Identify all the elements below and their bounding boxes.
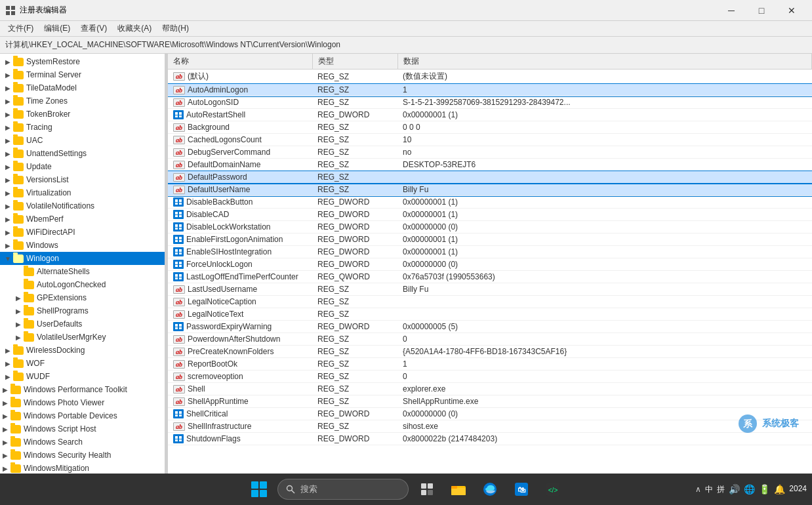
tree-item-tracing[interactable]: ▶ Tracing <box>0 121 165 134</box>
minimize-button[interactable]: ─ <box>716 0 746 21</box>
tree-item-time-zones[interactable]: ▶ Time Zones <box>0 94 165 108</box>
tree-item-windows-photo-viewer[interactable]: ▶ Windows Photo Viewer <box>0 396 165 409</box>
col-header-data[interactable]: 数据 <box>397 54 812 70</box>
tree-item-virtualization[interactable]: ▶ Virtualization <box>0 186 165 199</box>
folder-icon <box>10 464 21 473</box>
task-view-button[interactable] <box>414 476 440 502</box>
menu-file[interactable]: 文件(F) <box>3 22 39 35</box>
table-row[interactable]: DisableLockWorkstationREG_DWORD0x0000000… <box>168 221 812 233</box>
input-method-pinyin[interactable]: 拼 <box>717 484 725 495</box>
table-row[interactable]: abLastUsedUsernameREG_SZBilly Fu <box>168 283 812 296</box>
table-row[interactable]: abCachedLogonsCountREG_SZ10 <box>168 134 812 146</box>
store-button[interactable]: 🛍 <box>508 476 535 502</box>
clock[interactable]: 2024 <box>789 484 807 495</box>
tree-item-systemrestore[interactable]: ▶ SystemRestore <box>0 55 165 68</box>
table-row[interactable]: DisableBackButtonREG_DWORD0x00000001 (1) <box>168 196 812 209</box>
close-button[interactable]: ✕ <box>777 0 807 21</box>
svg-rect-44 <box>175 436 178 439</box>
table-row[interactable]: abAutoAdminLogonREG_SZ1 <box>168 84 812 96</box>
table-row[interactable]: PasswordExpiryWarningREG_DWORD0x00000005… <box>168 321 812 333</box>
tree-item-volatileusermgrkey[interactable]: ▶ VolatileUserMgrKey <box>0 331 165 344</box>
table-row[interactable]: abLegalNoticeCaptionREG_SZ <box>168 296 812 308</box>
registry-name-cell: abDefaultDomainName <box>168 159 312 171</box>
tree-item-wbemperf[interactable]: ▶ WbemPerf <box>0 212 165 226</box>
tree-item-wudf[interactable]: ▶ WUDF <box>0 370 165 383</box>
tree-item-tiledatamodel[interactable]: ▶ TileDataModel <box>0 81 165 94</box>
tree-item-autologonchecked[interactable]: AutoLogonChecked <box>0 278 165 291</box>
table-row[interactable]: abReportBootOkREG_SZ1 <box>168 358 812 371</box>
tree-item-versionslist[interactable]: ▶ VersionsList <box>0 173 165 186</box>
input-method-chinese[interactable]: 中 <box>705 484 713 495</box>
table-row[interactable]: DisableCADREG_DWORD0x00000001 (1) <box>168 209 812 221</box>
file-explorer-button[interactable] <box>445 476 472 502</box>
search-box[interactable]: 搜索 <box>277 479 409 500</box>
table-row[interactable]: ForceUnlockLogonREG_DWORD0x00000000 (0) <box>168 258 812 271</box>
menu-help[interactable]: 帮助(H) <box>157 22 194 35</box>
table-row[interactable]: abscremoveoptionREG_SZ0 <box>168 371 812 383</box>
tree-item-terminal-server[interactable]: ▶ Terminal Server <box>0 68 165 81</box>
tree-item-windows-security-health[interactable]: ▶ Windows Security Health <box>0 449 165 462</box>
tree-item-windows-portable-devices[interactable]: ▶ Windows Portable Devices <box>0 409 165 422</box>
menu-view[interactable]: 查看(V) <box>75 22 112 35</box>
tree-item-shellprograms[interactable]: ▶ ShellPrograms <box>0 304 165 317</box>
registry-name-cell: abLegalNoticeCaption <box>168 296 312 308</box>
table-row[interactable]: ShutdownFlagsREG_DWORD0x8000022b (214748… <box>168 433 812 445</box>
table-row[interactable]: ab(默认)REG_SZ(数值未设置) <box>168 70 812 84</box>
table-row[interactable]: abAutoLogonSIDREG_SZS-1-5-21-3992587069-… <box>168 96 812 109</box>
tree-pane[interactable]: ▶ SystemRestore ▶ Terminal Server ▶ Tile… <box>0 54 165 474</box>
table-row[interactable]: abLegalNoticeTextREG_SZ <box>168 308 812 321</box>
table-row[interactable]: abShellAppRuntimeREG_SZShellAppRuntime.e… <box>168 395 812 408</box>
tree-item-volatilenotifications[interactable]: ▶ VolatileNotifications <box>0 199 165 212</box>
expand-icon: ▶ <box>3 111 13 118</box>
tree-item-windowsmitigation[interactable]: ▶ WindowsMitigation <box>0 462 165 474</box>
tree-label: Virtualization <box>26 188 71 197</box>
table-row[interactable]: abDefaultPasswordREG_SZ <box>168 171 812 184</box>
table-row[interactable]: abDebugServerCommandREG_SZno <box>168 146 812 159</box>
battery-icon[interactable]: 🔋 <box>759 484 770 495</box>
tree-item-unattendsettings[interactable]: ▶ UnattendSettings <box>0 147 165 160</box>
tree-item-windows[interactable]: ▶ Windows <box>0 239 165 252</box>
table-row[interactable]: abDefaultDomainNameREG_SZDESKTOP-53REJT6 <box>168 159 812 171</box>
table-row[interactable]: abPreCreateKnownFoldersREG_SZ{A520A1A4-1… <box>168 346 812 358</box>
ab-type-icon: ab <box>173 161 185 169</box>
tree-item-windows-search[interactable]: ▶ Windows Search <box>0 435 165 449</box>
table-row[interactable]: abDefaultUserNameREG_SZBilly Fu <box>168 184 812 196</box>
tree-item-wof[interactable]: ▶ WOF <box>0 357 165 370</box>
tree-item-winlogon[interactable]: ▼ Winlogon <box>0 252 165 265</box>
notification-icon[interactable]: 🔔 <box>774 484 785 495</box>
table-row[interactable]: ShellCriticalREG_DWORD0x00000000 (0) <box>168 408 812 420</box>
edge-browser-button[interactable] <box>477 476 503 502</box>
tree-item-update[interactable]: ▶ Update <box>0 160 165 173</box>
tree-item-windows-script-host[interactable]: ▶ Windows Script Host <box>0 422 165 435</box>
network-icon[interactable]: 🌐 <box>744 484 755 495</box>
tree-item-wifidirectapi[interactable]: ▶ WiFiDirectAPI <box>0 226 165 239</box>
folder-icon <box>13 70 24 79</box>
maximize-button[interactable]: □ <box>746 0 777 21</box>
tree-item-wirelessdocking[interactable]: ▶ WirelessDocking <box>0 344 165 357</box>
speaker-icon[interactable]: 🔊 <box>729 484 740 495</box>
table-row[interactable]: AutoRestartShellREG_DWORD0x00000001 (1) <box>168 109 812 121</box>
start-button[interactable] <box>246 476 272 502</box>
tree-item-userdefaults[interactable]: ▶ UserDefaults <box>0 317 165 331</box>
folder-icon <box>13 149 24 158</box>
tree-item-uac[interactable]: ▶ UAC <box>0 134 165 147</box>
menu-favorites[interactable]: 收藏夹(A) <box>112 22 157 35</box>
tree-item-windows-perf-toolkit[interactable]: ▶ Windows Performance Toolkit <box>0 383 165 396</box>
table-row[interactable]: abBackgroundREG_SZ0 0 0 <box>168 121 812 134</box>
tree-item-alternateshells[interactable]: AlternateShells <box>0 265 165 278</box>
table-row[interactable]: abShellREG_SZexplorer.exe <box>168 383 812 395</box>
table-row[interactable]: LastLogOffEndTimePerfCounterREG_QWORD0x7… <box>168 271 812 283</box>
table-row[interactable]: abShellInfrastructureREG_SZsihost.exe <box>168 420 812 433</box>
col-header-name[interactable]: 名称 <box>168 54 312 70</box>
dev-button[interactable]: </> <box>540 476 566 502</box>
table-row[interactable]: abPowerdownAfterShutdownREG_SZ0 <box>168 333 812 346</box>
table-row[interactable]: EnableFirstLogonAnimationREG_DWORD0x0000… <box>168 233 812 246</box>
col-header-type[interactable]: 类型 <box>312 54 397 70</box>
tray-overflow-button[interactable]: ∧ <box>695 485 701 494</box>
tree-item-gpextensions[interactable]: ▶ GPExtensions <box>0 291 165 304</box>
menu-edit[interactable]: 编辑(E) <box>39 22 75 35</box>
tree-item-tokenbroker[interactable]: ▶ TokenBroker <box>0 108 165 121</box>
registry-type-cell: REG_SZ <box>312 395 397 408</box>
tree-label: Update <box>26 162 52 171</box>
table-row[interactable]: EnableSIHostIntegrationREG_DWORD0x000000… <box>168 246 812 258</box>
